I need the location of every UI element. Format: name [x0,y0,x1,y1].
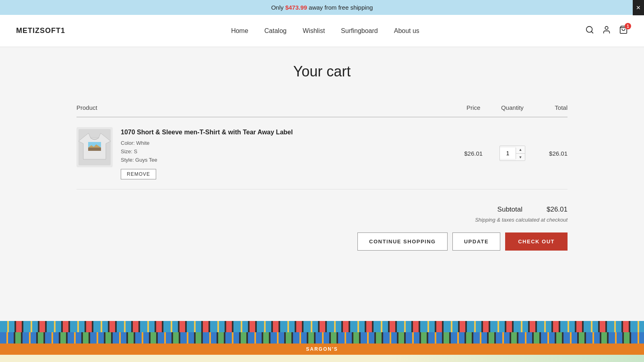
remove-button[interactable]: REMOVE [121,169,156,179]
nav-surfingboard[interactable]: Surfingboard [341,27,378,35]
col-quantity-header: Quantity [490,100,535,117]
quantity-increment[interactable]: ▲ [516,146,525,153]
cart-actions: CONTINUE SHOPPING UPDATE CHECK OUT [76,232,568,251]
cart-icon[interactable]: 1 [619,25,628,36]
subtotal-value: $26.01 [547,206,568,214]
account-icon[interactable] [602,25,611,36]
top-banner: Only $473.99 away from free shipping ✕ [0,0,644,15]
product-size: Size: S [121,148,293,156]
header-icons: 1 [585,25,628,36]
cart-table: Product Price Quantity Total [76,100,568,189]
product-color: Color: White [121,139,293,148]
svg-point-2 [605,27,608,29]
item-quantity-cell: ▲ ▼ [490,117,535,189]
product-thumbnail [76,127,113,167]
product-cell: 1070 Short & Sleeve men-T-Shirt & with T… [76,127,457,179]
banner-prefix: Only [271,4,285,11]
item-price: $26.01 [457,117,490,189]
col-product-header: Product [76,100,457,117]
update-button[interactable]: UPDATE [452,232,500,251]
quantity-decrement[interactable]: ▼ [516,153,525,160]
product-details: 1070 Short & Sleeve men-T-Shirt & with T… [121,127,293,179]
product-name: 1070 Short & Sleeve men-T-Shirt & with T… [121,129,293,136]
col-price-header: Price [457,100,490,117]
main-content: Your cart Product Price Quantity Total [60,47,584,275]
subtotal-row: Subtotal $26.01 [497,206,568,214]
checkout-button[interactable]: CHECK OUT [505,232,568,251]
table-row: 1070 Short & Sleeve men-T-Shirt & with T… [76,117,568,189]
banner-suffix: away from free shipping [307,4,373,11]
shipping-note: Shipping & taxes calculated at checkout [475,217,568,223]
quantity-wrapper: ▲ ▼ [500,146,525,161]
close-banner-button[interactable]: ✕ [633,0,644,15]
product-style: Style: Guys Tee [121,156,293,165]
cart-badge: 1 [625,23,631,29]
header: METIZSOFT1 Home Catalog Wishlist Surfing… [0,15,644,47]
product-image [78,129,111,165]
banner-amount: $473.99 [285,4,307,11]
main-nav: Home Catalog Wishlist Surfingboard About… [65,27,585,35]
nav-about[interactable]: About us [394,27,419,35]
nav-home[interactable]: Home [231,27,248,35]
quantity-input[interactable] [500,148,516,159]
subtotal-label: Subtotal [497,206,522,214]
page-title: Your cart [76,63,568,80]
item-total: $26.01 [535,117,568,189]
nav-catalog[interactable]: Catalog [264,27,287,35]
subtotal-section: Subtotal $26.01 Shipping & taxes calcula… [76,206,568,223]
search-icon[interactable] [585,25,594,36]
svg-rect-9 [88,148,101,151]
svg-line-1 [591,31,593,33]
logo[interactable]: METIZSOFT1 [16,27,65,35]
col-total-header: Total [535,100,568,117]
continue-shopping-button[interactable]: CONTINUE SHOPPING [357,232,448,251]
quantity-spinners: ▲ ▼ [516,146,525,160]
nav-wishlist[interactable]: Wishlist [303,27,325,35]
banner-text: Only $473.99 away from free shipping [271,4,373,11]
